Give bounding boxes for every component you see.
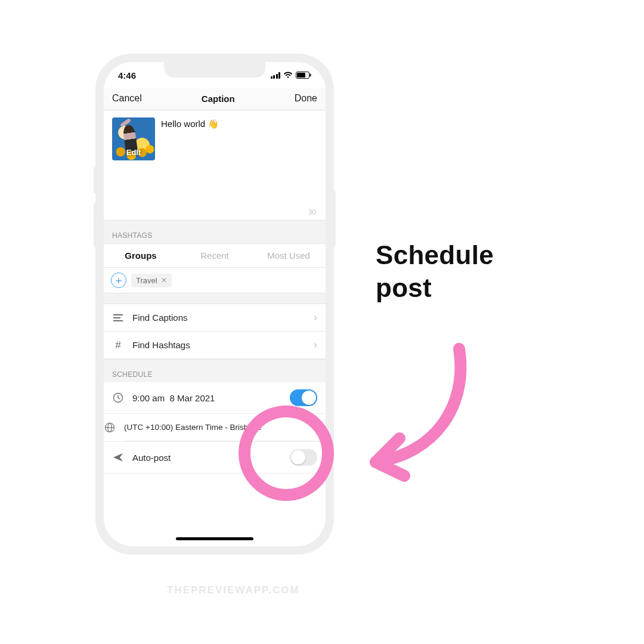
svg-rect-4	[113, 317, 120, 318]
done-button[interactable]: Done	[295, 93, 317, 104]
hashtag-chip-label: Travel	[136, 276, 157, 285]
cancel-button[interactable]: Cancel	[112, 93, 142, 104]
tab-groups[interactable]: Groups	[104, 244, 178, 267]
post-thumbnail[interactable]: Edit	[112, 117, 155, 160]
highlight-circle	[239, 405, 334, 501]
globe-icon	[104, 422, 116, 433]
svg-rect-2	[310, 74, 311, 77]
watermark: THEPREVIEWAPP.COM	[167, 584, 300, 596]
clock-icon	[112, 392, 124, 403]
phone-notch	[164, 62, 265, 78]
hashtag-chips-row: ＋ Travel ✕	[104, 268, 326, 293]
hashtag-tabs: Groups Recent Most Used	[104, 243, 326, 268]
schedule-toggle[interactable]	[290, 389, 317, 406]
home-indicator	[176, 537, 253, 540]
callout-text: Schedule post	[376, 239, 494, 304]
hashtags-header: HASHTAGS	[104, 220, 326, 243]
schedule-time: 9:00 am	[132, 393, 165, 403]
wifi-icon	[283, 72, 293, 79]
schedule-header: SCHEDULE	[104, 359, 326, 382]
find-captions-row[interactable]: Find Captions ›	[104, 304, 326, 332]
status-icons	[271, 72, 312, 79]
find-captions-label: Find Captions	[132, 312, 305, 323]
add-hashtag-group-button[interactable]: ＋	[111, 273, 126, 288]
find-hashtags-row[interactable]: # Find Hashtags ›	[104, 332, 326, 359]
callout-line1: Schedule	[376, 239, 494, 271]
hash-icon: #	[112, 339, 124, 351]
callout-arrow	[334, 334, 489, 489]
hashtag-chip[interactable]: Travel ✕	[131, 274, 172, 287]
caption-input[interactable]: Hello world 👋	[161, 117, 219, 160]
navbar-title: Caption	[202, 94, 235, 104]
schedule-date: 8 Mar 2021	[170, 393, 215, 403]
svg-rect-3	[113, 314, 123, 315]
send-icon	[112, 453, 124, 462]
svg-rect-5	[113, 320, 123, 321]
svg-rect-1	[297, 73, 305, 78]
callout-line2: post	[376, 271, 494, 304]
cellular-icon	[271, 72, 281, 79]
find-hashtags-label: Find Hashtags	[132, 340, 305, 350]
edit-thumbnail-label: Edit	[112, 148, 155, 157]
chevron-right-icon: ›	[314, 339, 317, 351]
status-time: 4:46	[118, 70, 136, 80]
caption-area: Edit Hello world 👋	[104, 110, 326, 160]
battery-icon	[296, 72, 311, 79]
navbar: Cancel Caption Done	[104, 88, 326, 110]
tab-most-used[interactable]: Most Used	[252, 244, 326, 267]
chevron-right-icon: ›	[314, 311, 317, 324]
char-count: 30	[104, 160, 326, 220]
list-icon	[112, 314, 124, 322]
schedule-time-label: 9:00 am 8 Mar 2021	[132, 393, 281, 403]
tab-recent[interactable]: Recent	[178, 244, 252, 267]
remove-chip-icon[interactable]: ✕	[161, 276, 167, 284]
section-spacer	[104, 293, 326, 304]
